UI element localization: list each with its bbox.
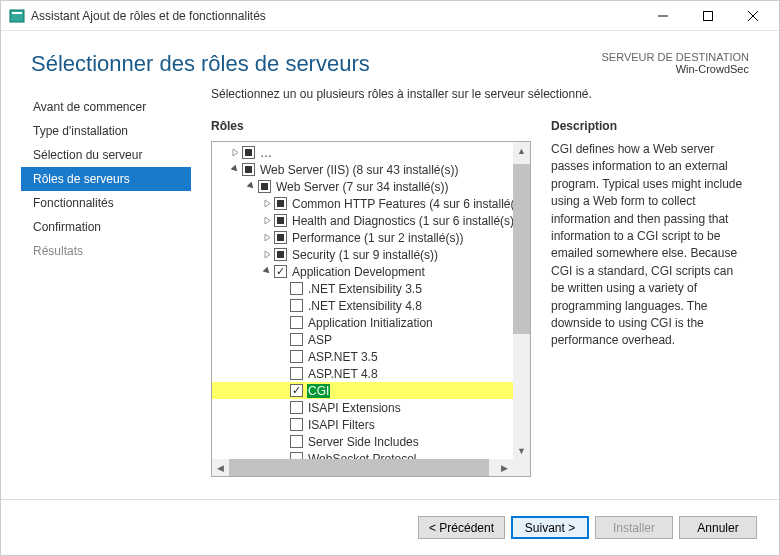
sidebar-item[interactable]: Avant de commencer [21, 95, 191, 119]
tree-row[interactable]: … [212, 144, 513, 161]
tree-row[interactable]: Server Side Includes [212, 433, 513, 450]
checkbox[interactable] [274, 248, 287, 261]
scroll-right-arrow[interactable]: ▶ [496, 459, 513, 476]
tree-row[interactable]: ASP.NET 3.5 [212, 348, 513, 365]
checkbox[interactable] [290, 299, 303, 312]
tree-row[interactable]: Application Initialization [212, 314, 513, 331]
sidebar: Avant de commencerType d'installationSél… [21, 87, 191, 477]
checkbox[interactable] [290, 282, 303, 295]
main: Avant de commencerType d'installationSél… [1, 87, 779, 477]
expand-icon[interactable] [228, 146, 242, 160]
collapse-icon[interactable] [244, 180, 258, 194]
close-button[interactable] [730, 1, 775, 30]
maximize-button[interactable] [685, 1, 730, 30]
checkbox[interactable] [242, 146, 255, 159]
cancel-button[interactable]: Annuler [679, 516, 757, 539]
next-button[interactable]: Suivant > [511, 516, 589, 539]
tree-row[interactable]: Health and Diagnostics (1 sur 6 installé… [212, 212, 513, 229]
sidebar-item[interactable]: Sélection du serveur [21, 143, 191, 167]
sidebar-item[interactable]: Rôles de serveurs [21, 167, 191, 191]
checkbox[interactable] [274, 214, 287, 227]
checkbox[interactable] [290, 316, 303, 329]
expander-placeholder [276, 435, 290, 449]
horizontal-scrollbar[interactable]: ◀ ▶ [212, 459, 530, 476]
tree-row[interactable]: ASP [212, 331, 513, 348]
checkbox[interactable] [290, 333, 303, 346]
tree-item-label: ISAPI Filters [307, 418, 376, 432]
vertical-scroll-thumb[interactable] [513, 164, 530, 334]
tree-row[interactable]: .NET Extensibility 3.5 [212, 280, 513, 297]
tree-item-label: ISAPI Extensions [307, 401, 402, 415]
tree-row[interactable]: Application Development [212, 263, 513, 280]
tree-row[interactable]: .NET Extensibility 4.8 [212, 297, 513, 314]
checkbox[interactable] [274, 265, 287, 278]
tree-row[interactable]: WebSocket Protocol [212, 450, 513, 459]
minimize-button[interactable] [640, 1, 685, 30]
sidebar-item[interactable]: Confirmation [21, 215, 191, 239]
tree-item-label: CGI [307, 384, 330, 398]
sidebar-item[interactable]: Type d'installation [21, 119, 191, 143]
tree-item-label: ASP.NET 3.5 [307, 350, 379, 364]
expander-placeholder [276, 333, 290, 347]
horizontal-scroll-thumb[interactable] [229, 459, 489, 476]
checkbox[interactable] [290, 452, 303, 459]
checkbox[interactable] [290, 418, 303, 431]
checkbox[interactable] [274, 231, 287, 244]
expander-placeholder [276, 316, 290, 330]
tree-row[interactable]: Performance (1 sur 2 installé(s)) [212, 229, 513, 246]
tree-row[interactable]: Web Server (7 sur 34 installé(s)) [212, 178, 513, 195]
expander-placeholder [276, 384, 290, 398]
tree-item-label: Performance (1 sur 2 installé(s)) [291, 231, 464, 245]
tree-row[interactable]: Security (1 sur 9 installé(s)) [212, 246, 513, 263]
scroll-up-arrow[interactable]: ▲ [513, 142, 530, 159]
tree-row[interactable]: CGI [212, 382, 513, 399]
scroll-down-arrow[interactable]: ▼ [513, 442, 530, 459]
tree-row[interactable]: ASP.NET 4.8 [212, 365, 513, 382]
checkbox[interactable] [290, 435, 303, 448]
expander-placeholder [276, 418, 290, 432]
tree-item-label: Common HTTP Features (4 sur 6 installé(s… [291, 197, 513, 211]
checkbox[interactable] [290, 350, 303, 363]
tree-row[interactable]: Web Server (IIS) (8 sur 43 installé(s)) [212, 161, 513, 178]
app-icon [9, 8, 25, 24]
tree-item-label: ASP.NET 4.8 [307, 367, 379, 381]
expander-placeholder [276, 401, 290, 415]
install-button[interactable]: Installer [595, 516, 673, 539]
checkbox[interactable] [258, 180, 271, 193]
expander-placeholder [276, 367, 290, 381]
svg-rect-0 [10, 10, 24, 22]
collapse-icon[interactable] [228, 163, 242, 177]
collapse-icon[interactable] [260, 265, 274, 279]
svg-rect-3 [703, 11, 712, 20]
vertical-scrollbar[interactable]: ▲ ▼ [513, 142, 530, 459]
tree-row[interactable]: Common HTTP Features (4 sur 6 installé(s… [212, 195, 513, 212]
checkbox[interactable] [290, 367, 303, 380]
expand-icon[interactable] [260, 248, 274, 262]
content: Sélectionnez un ou plusieurs rôles à ins… [191, 87, 759, 477]
sidebar-item[interactable]: Fonctionnalités [21, 191, 191, 215]
tree-row[interactable]: ISAPI Filters [212, 416, 513, 433]
instruction-text: Sélectionnez un ou plusieurs rôles à ins… [211, 87, 749, 101]
scroll-left-arrow[interactable]: ◀ [212, 459, 229, 476]
checkbox[interactable] [274, 197, 287, 210]
expander-placeholder [276, 299, 290, 313]
tree-item-label: WebSocket Protocol [307, 452, 418, 460]
expander-placeholder [276, 350, 290, 364]
expand-icon[interactable] [260, 197, 274, 211]
description-text: CGI defines how a Web server passes info… [551, 141, 749, 350]
tree-item-label: Health and Diagnostics (1 sur 6 installé… [291, 214, 513, 228]
tree-item-label: Application Initialization [307, 316, 434, 330]
roles-heading: Rôles [211, 119, 531, 133]
tree-item-label: .NET Extensibility 4.8 [307, 299, 423, 313]
page-title: Sélectionner des rôles de serveurs [31, 51, 370, 77]
description-heading: Description [551, 119, 749, 133]
expander-placeholder [276, 282, 290, 296]
checkbox[interactable] [290, 401, 303, 414]
expand-icon[interactable] [260, 214, 274, 228]
checkbox[interactable] [290, 384, 303, 397]
checkbox[interactable] [242, 163, 255, 176]
previous-button[interactable]: < Précédent [418, 516, 505, 539]
tree-row[interactable]: ISAPI Extensions [212, 399, 513, 416]
header: Sélectionner des rôles de serveurs SERVE… [1, 31, 779, 87]
expand-icon[interactable] [260, 231, 274, 245]
